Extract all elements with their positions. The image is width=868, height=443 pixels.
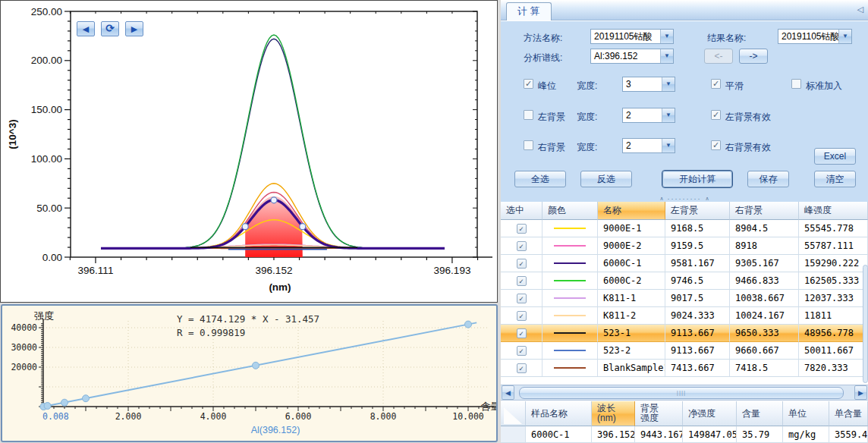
right-bg-valid-checkbox[interactable]: ✓ [711,140,721,150]
svg-text:强度: 强度 [34,310,54,322]
row-checkbox[interactable]: ✓ [517,241,527,251]
refresh-icon[interactable]: ⟳ [101,21,119,36]
row-checkbox[interactable]: ✓ [517,346,527,356]
method-name-value: 20191105钴酸 [591,30,660,43]
left-bg-valid-checkbox[interactable]: ✓ [711,110,721,120]
summary-column-header-4[interactable]: 含量 [737,401,783,426]
series-color-swatch [554,280,586,281]
row-checkbox[interactable]: ✓ [517,276,527,286]
method-name-combobox[interactable]: 20191105钴酸 ▼ [590,29,674,44]
collapse-panel-icon[interactable]: ◁ [857,5,863,14]
row-checkbox[interactable]: ✓ [517,363,527,373]
clear-button[interactable]: 清空 [814,171,856,187]
splitter-collapse-icon[interactable]: ∧ [659,196,663,201]
next-spectrum-button[interactable]: ▶ [125,21,143,36]
row-cell [542,220,598,237]
analysis-line-combobox[interactable]: Al:396.152 ▼ [590,49,674,64]
column-header-4[interactable]: 右背景 [730,202,799,220]
table-row[interactable]: ✓ K811-1 9017.5 10038.667 12037.333 [501,290,868,307]
left-bg-width-combobox[interactable]: 2 ▼ [622,108,675,123]
spectral-chart-panel: 0.0050.00100.00150.00200.00250.00396.111… [0,0,498,303]
table-row[interactable]: ✓ 523-2 9113.667 9660.667 50011.667 [501,342,868,360]
column-header-0[interactable]: 选中 [501,202,542,220]
table-row[interactable]: ✓ 9000E-1 9168.5 8904.5 55545.778 [501,220,868,237]
table-row[interactable]: ✓ BlankSample1 7413.667 7418.5 7820.333 [501,360,868,377]
column-header-3[interactable]: 左背景 [665,202,730,220]
column-header-1[interactable]: 颜色 [542,202,598,220]
left-bg-width-label: 宽度: [577,111,597,124]
next-line-button[interactable]: -> [739,49,768,64]
row-cell-name: 523-2 [598,342,665,360]
table-row[interactable]: ✓ 6000C-2 9746.5 9466.833 162505.333 [501,272,868,290]
save-button[interactable]: 保存 [747,171,789,187]
table-row[interactable]: 6000C-1396.1529443.167149847.05635.79mg/… [501,426,868,443]
tab-calculate[interactable]: 计 算 [506,2,552,20]
prev-spectrum-button[interactable]: ◀ [77,21,95,36]
row-selector[interactable] [501,426,526,443]
summary-column-header-0[interactable]: 样品名称 [526,401,592,426]
row-cell-left-bg: 7413.667 [665,360,730,377]
spectral-chart[interactable]: 0.0050.00100.00150.00200.00250.00396.111… [1,1,497,305]
smooth-checkbox[interactable]: ✓ [711,79,721,89]
scroll-right-icon[interactable]: ▶ [854,385,867,400]
grid-splitter[interactable]: ∧ ········· ∧ [501,196,868,202]
row-cell-peak: 162505.333 [799,272,868,290]
method-name-label: 方法名称: [524,32,562,45]
row-cell-name: BlankSample1 [598,360,665,377]
column-header-2[interactable]: 名称 [598,202,665,220]
standard-addition-checkbox[interactable] [791,79,801,89]
result-name-combobox[interactable]: 20191105钴酸 ▼ [778,29,852,44]
left-background-checkbox[interactable] [524,110,533,120]
summary-column-header-6[interactable]: 单含量 [829,401,868,426]
chevron-down-icon[interactable]: ▼ [662,139,675,152]
scrollbar-thumb[interactable]: |||| [519,387,844,399]
row-checkbox[interactable]: ✓ [517,328,527,338]
select-all-button[interactable]: 全选 [514,171,566,187]
peak-width-combobox[interactable]: 3 ▼ [622,77,675,92]
chevron-down-icon[interactable]: ▼ [660,30,673,43]
summary-column-header-2[interactable]: 背景强度 [635,401,683,426]
row-cell: ✓ [501,272,542,290]
row-cell-right-bg: 9650.333 [730,325,799,342]
row-cell: ✓ [501,307,542,325]
series-color-swatch [554,332,586,334]
splitter-collapse-icon[interactable]: ∧ [705,196,709,201]
excel-export-button[interactable]: Excel [814,148,856,165]
peak-position-checkbox[interactable]: ✓ [524,79,533,89]
row-checkbox[interactable]: ✓ [517,294,527,303]
table-row[interactable]: ✓ K811-2 9024.333 10024.167 11811 [501,307,868,325]
scroll-left-icon[interactable]: ◀ [502,385,514,400]
chevron-down-icon[interactable]: ▼ [838,30,851,43]
right-bg-width-combobox[interactable]: 2 ▼ [622,138,675,153]
summary-cell: 149847.056 [683,426,737,443]
summary-column-header-5[interactable]: 单位 [783,401,829,426]
svg-text:50.00: 50.00 [36,203,62,214]
vertical-scrollbar[interactable] [863,265,868,383]
table-row[interactable]: ✓ 9000E-2 9159.5 8918 55787.111 [501,237,868,255]
table-row[interactable]: ✓ 6000C-1 9581.167 9305.167 159290.222 [501,255,868,272]
row-cell: ✓ [501,342,542,360]
table-row[interactable]: ✓ 523-1 9113.667 9650.333 48956.778 [501,325,868,342]
summary-column-header-3[interactable]: 净强度 [683,401,737,426]
svg-text:200.00: 200.00 [31,55,62,66]
prev-line-button[interactable]: <- [704,49,733,64]
chevron-down-icon[interactable]: ▼ [660,49,673,63]
column-header-5[interactable]: 峰强度 [799,202,868,220]
row-checkbox[interactable]: ✓ [517,311,527,321]
row-cell-left-bg: 9024.333 [665,307,730,325]
row-checkbox[interactable]: ✓ [517,224,527,234]
chevron-down-icon[interactable]: ▼ [662,77,675,91]
chevron-down-icon[interactable]: ▼ [662,108,675,122]
start-calculation-button[interactable]: 开始计算 [662,171,732,187]
invert-selection-button[interactable]: 反选 [580,171,632,187]
calibration-chart[interactable]: 2000030000400000.0082.0004.0006.0008.000… [2,306,496,443]
right-background-checkbox[interactable] [524,140,533,150]
svg-text:396.152: 396.152 [256,265,293,276]
summary-column-header-1[interactable]: 波长(nm) [592,401,635,426]
svg-text:4.000: 4.000 [200,411,227,422]
row-cell [542,307,598,325]
series-color-swatch [554,228,586,229]
row-cell-name: 6000C-2 [598,272,665,290]
row-checkbox[interactable]: ✓ [517,259,527,269]
app-window: 0.0050.00100.00150.00200.00250.00396.111… [0,0,868,443]
